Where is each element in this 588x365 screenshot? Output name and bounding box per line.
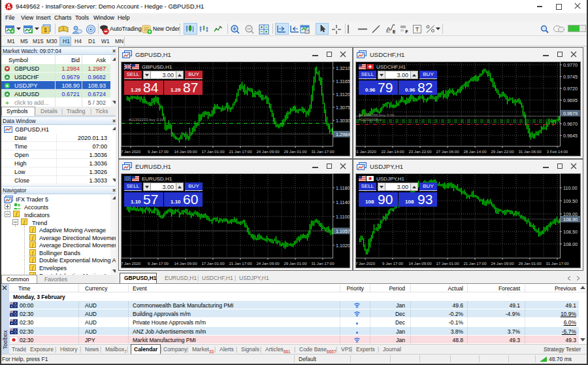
svg-text:Toolbox: Toolbox: [2, 330, 8, 349]
svg-text:21 Jan 17:00: 21 Jan 17:00: [463, 261, 487, 266]
svg-text:21 Jan 2020: 21 Jan 2020: [354, 149, 376, 154]
svg-text:9 Jan 17:00: 9 Jan 17:00: [148, 149, 169, 154]
svg-text:1.2984: 1.2984: [336, 131, 350, 137]
svg-text:24 Jan 09:00: 24 Jan 09:00: [256, 149, 280, 154]
svg-text:31 Jan 17:00: 31 Jan 17:00: [546, 261, 569, 266]
svg-text:29 Jan 01:00: 29 Jan 01:00: [518, 261, 542, 266]
svg-text:31 Jan 17:00: 31 Jan 17:00: [311, 149, 335, 154]
svg-text:108.00: 108.00: [563, 241, 578, 247]
svg-text:1.3210: 1.3210: [336, 65, 350, 71]
svg-text:1.1057: 1.1057: [336, 228, 350, 234]
svg-text:108.50: 108.50: [563, 229, 578, 235]
svg-text:17 Jan 01:00: 17 Jan 01:00: [201, 149, 225, 154]
svg-text:0.9695: 0.9695: [563, 97, 578, 103]
svg-text:1.3030: 1.3030: [336, 118, 350, 124]
svg-text:1.3075: 1.3075: [336, 105, 350, 111]
svg-text:29 Jan 22:00: 29 Jan 22:00: [491, 149, 514, 154]
svg-text:24 Jan 09:00: 24 Jan 09:00: [491, 261, 514, 266]
svg-text:0.9745: 0.9745: [563, 74, 578, 80]
svg-text:0.9770: 0.9770: [563, 62, 578, 68]
svg-text:21 Jan 17:00: 21 Jan 17:00: [229, 261, 252, 266]
svg-text:0.9679: 0.9679: [563, 111, 578, 116]
svg-text:110.00: 110.00: [563, 185, 577, 191]
svg-text:24 Jan 09:00: 24 Jan 09:00: [256, 261, 280, 266]
svg-text:17 Jan 01:00: 17 Jan 01:00: [201, 261, 225, 266]
svg-text:1.1180: 1.1180: [336, 185, 350, 191]
svg-text:28 Jan 14:00: 28 Jan 14:00: [463, 149, 487, 154]
svg-text:22 Jan 14:00: 22 Jan 14:00: [381, 149, 404, 154]
svg-text:17 Jan 01:00: 17 Jan 01:00: [436, 261, 459, 266]
svg-text:T: T: [416, 26, 419, 33]
svg-text:$: $: [44, 27, 47, 33]
svg-text:14 Jan 09:00: 14 Jan 09:00: [174, 261, 197, 266]
svg-text:9 Jan 17:00: 9 Jan 17:00: [382, 261, 403, 266]
svg-text:#11466066 buy 3.00: #11466066 buy 3.00: [359, 113, 395, 117]
svg-text:1.1100: 1.1100: [336, 214, 350, 220]
svg-text:7 Jan 2020: 7 Jan 2020: [121, 149, 141, 154]
svg-text:1.3120: 1.3120: [336, 92, 350, 97]
svg-text:0.9670: 0.9670: [563, 121, 578, 127]
svg-text:31 Jan 06:00: 31 Jan 06:00: [518, 149, 542, 154]
svg-text:14 Jan 09:00: 14 Jan 09:00: [408, 261, 432, 266]
svg-text:109.50: 109.50: [563, 198, 578, 204]
svg-text:23 Jan 22:00: 23 Jan 22:00: [408, 149, 432, 154]
svg-text:29 Jan 01:00: 29 Jan 01:00: [284, 261, 307, 266]
svg-text:7 Jan 2020: 7 Jan 2020: [121, 261, 141, 266]
svg-text:31 Jan 17:00: 31 Jan 17:00: [311, 261, 335, 266]
svg-text:0.9645: 0.9645: [563, 133, 578, 139]
svg-text:108.90: 108.90: [563, 217, 578, 222]
svg-text:14 Jan 09:00: 14 Jan 09:00: [174, 149, 197, 154]
svg-text:F: F: [406, 29, 408, 34]
svg-text:E: E: [393, 29, 396, 34]
svg-text:7 Jan 2020: 7 Jan 2020: [355, 261, 376, 266]
svg-text:1.3165: 1.3165: [336, 78, 350, 84]
svg-text:1.1020: 1.1020: [336, 243, 350, 249]
svg-text:21 Jan 17:00: 21 Jan 17:00: [229, 149, 252, 154]
svg-text:#11392203 buy 3.00: #11392203 buy 3.00: [129, 118, 165, 122]
svg-text:#11391998 sl: #11391998 sl: [359, 118, 382, 122]
svg-text:27 Jan 06:00: 27 Jan 06:00: [436, 149, 459, 154]
svg-text:1.1140: 1.1140: [336, 200, 350, 205]
svg-text:3 Feb 14:00: 3 Feb 14:00: [547, 149, 568, 154]
svg-text:9 Jan 17:00: 9 Jan 17:00: [148, 261, 169, 266]
svg-text:0.9720: 0.9720: [563, 86, 578, 92]
svg-text:29 Jan 01:00: 29 Jan 01:00: [284, 149, 307, 154]
